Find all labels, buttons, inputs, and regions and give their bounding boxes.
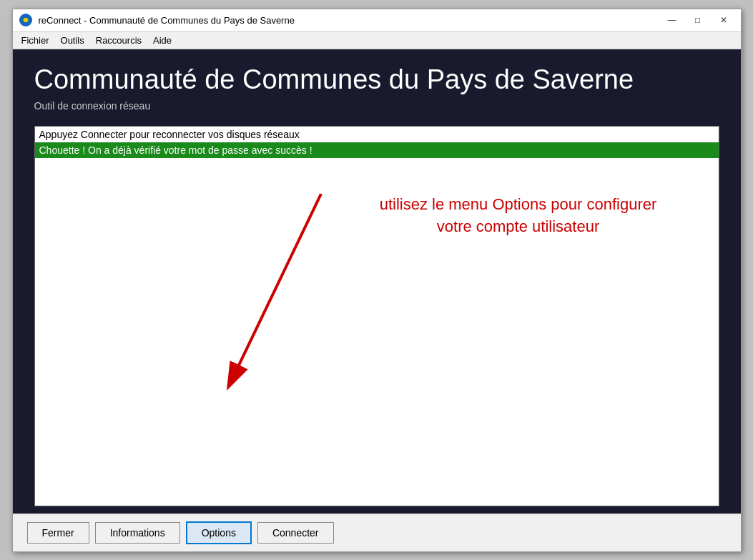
annotation-arrow: [178, 180, 335, 394]
app-title: Communauté de Communes du Pays de Savern…: [34, 64, 719, 97]
log-entry-success: Chouette ! On a déjà vérifié votre mot d…: [35, 142, 719, 158]
menu-bar: Fichier Outils Raccourcis Aide: [13, 32, 741, 49]
app-header: Communauté de Communes du Pays de Savern…: [13, 49, 741, 119]
log-box[interactable]: Appuyez Connecter pour reconnecter vos d…: [34, 126, 719, 506]
log-entry-normal: Appuyez Connecter pour reconnecter vos d…: [35, 127, 719, 142]
menu-outils[interactable]: Outils: [55, 34, 90, 47]
connecter-button[interactable]: Connecter: [257, 522, 334, 544]
menu-aide[interactable]: Aide: [147, 34, 177, 47]
options-button[interactable]: Options: [186, 521, 252, 544]
minimize-button[interactable]: —: [661, 13, 684, 27]
close-button[interactable]: Fermer: [27, 522, 89, 544]
maximize-button[interactable]: □: [686, 13, 709, 27]
menu-raccourcis[interactable]: Raccourcis: [90, 34, 147, 47]
svg-line-3: [235, 194, 321, 373]
svg-point-1: [24, 18, 28, 22]
close-window-button[interactable]: ✕: [712, 13, 735, 27]
window-controls: — □ ✕: [661, 13, 735, 27]
menu-fichier[interactable]: Fichier: [16, 34, 55, 47]
main-window: reConnect - Communauté de Communes du Pa…: [12, 9, 742, 552]
footer: Fermer Informations Options Connecter: [13, 514, 741, 551]
app-subtitle: Outil de connexion réseau: [34, 100, 719, 112]
annotation-text: utilisez le menu Options pour configurer…: [375, 194, 661, 238]
title-bar: reConnect - Communauté de Communes du Pa…: [13, 9, 741, 32]
informations-button[interactable]: Informations: [95, 522, 180, 544]
window-title: reConnect - Communauté de Communes du Pa…: [39, 15, 661, 26]
content-area: Appuyez Connecter pour reconnecter vos d…: [13, 119, 741, 513]
app-icon: [19, 13, 33, 27]
log-empty-area: utilisez le menu Options pour configurer…: [35, 158, 719, 458]
